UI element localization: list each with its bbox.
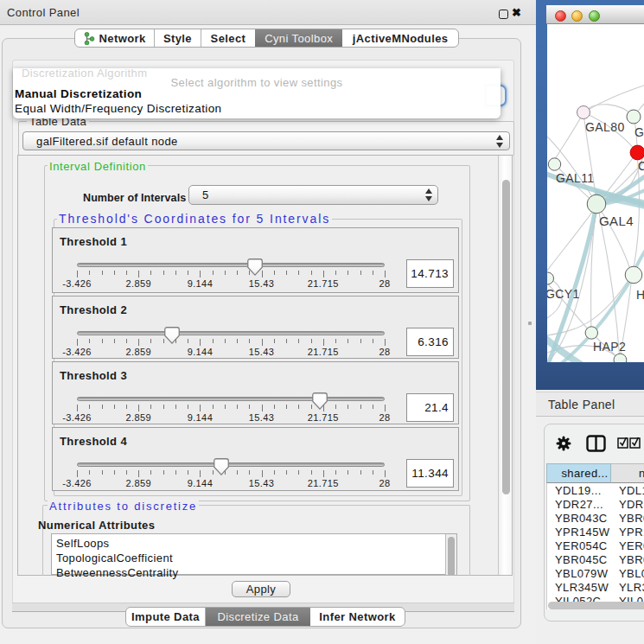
svg-text:GAL11: GAL11 [556,171,595,185]
svg-text:HAP2: HAP2 [593,340,626,354]
svg-text:C: C [638,159,644,173]
svg-text:GAL4: GAL4 [599,214,634,228]
svg-text:GCY1: GCY1 [547,287,580,301]
svg-text:GA: GA [634,125,644,139]
svg-text:H: H [636,288,644,302]
svg-text:GAL80: GAL80 [585,120,625,134]
